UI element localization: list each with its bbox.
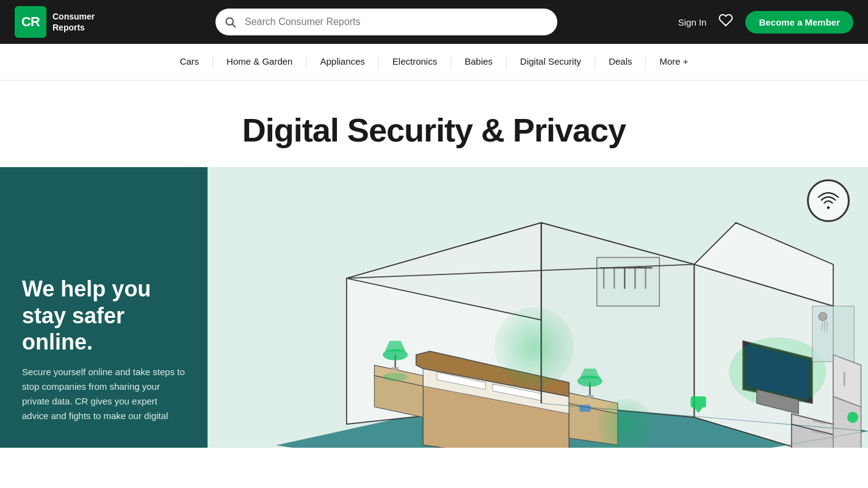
nav-item-more[interactable]: More +: [646, 44, 701, 81]
nav-item-appliances[interactable]: Appliances: [306, 44, 378, 81]
logo-cr-badge: CR: [15, 6, 46, 38]
hero-body-text: Secure yourself online and take steps to…: [22, 365, 186, 423]
sign-in-link[interactable]: Sign In: [678, 17, 707, 27]
nav-item-babies[interactable]: Babies: [451, 44, 506, 81]
logo-text: Consumer Reports: [52, 11, 95, 33]
main-nav: Cars Home & Garden Appliances Electronic…: [0, 44, 868, 81]
hero-left-panel: We help you stay safer online. Secure yo…: [0, 167, 208, 448]
become-member-button[interactable]: Become a Member: [745, 11, 853, 34]
header-actions: Sign In Become a Member: [678, 11, 853, 34]
hero-illustration: [208, 167, 868, 448]
search-input[interactable]: [215, 9, 557, 35]
svg-rect-31: [587, 395, 593, 398]
svg-point-25: [383, 373, 408, 381]
search-container: [215, 9, 557, 35]
svg-rect-7: [597, 257, 660, 306]
glow-circle-2: [598, 399, 653, 448]
svg-rect-54: [691, 396, 706, 407]
hero-section: We help you stay safer online. Secure yo…: [0, 167, 868, 448]
svg-rect-24: [392, 367, 399, 370]
hero-headline: We help you stay safer online.: [22, 276, 186, 355]
site-logo[interactable]: CR Consumer Reports: [15, 6, 95, 38]
favorites-icon[interactable]: [718, 13, 733, 30]
svg-point-53: [847, 412, 858, 423]
wifi-badge: [807, 179, 850, 222]
nav-item-home-garden[interactable]: Home & Garden: [213, 44, 306, 81]
page-title-section: Digital Security & Privacy: [0, 81, 868, 167]
nav-item-electronics[interactable]: Electronics: [379, 44, 450, 81]
nav-item-cars[interactable]: Cars: [166, 44, 212, 81]
svg-rect-32: [579, 405, 590, 412]
svg-line-1: [233, 24, 236, 27]
nav-item-digital-security[interactable]: Digital Security: [507, 44, 595, 81]
nav-item-deals[interactable]: Deals: [595, 44, 645, 81]
svg-point-46: [819, 312, 827, 321]
svg-rect-45: [812, 306, 854, 362]
site-header: CR Consumer Reports Sign In Becom: [0, 0, 868, 44]
page-title: Digital Security & Privacy: [15, 111, 853, 149]
glow-circle-1: [494, 307, 574, 387]
search-icon: [224, 16, 236, 28]
